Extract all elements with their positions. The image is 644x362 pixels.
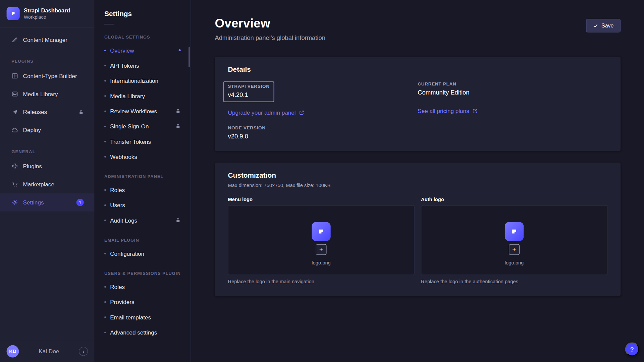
subnav-title: Settings [95, 10, 191, 18]
details-right-column: CURRENT PLAN Community Edition See all p… [418, 81, 607, 139]
subnav-item-users[interactable]: Users [95, 197, 191, 213]
subnav-item-webhooks[interactable]: Webhooks [95, 149, 191, 164]
nav-item-deploy[interactable]: Deploy [0, 121, 95, 139]
save-button[interactable]: Save [586, 19, 621, 32]
subnav-item-label: Overview [110, 47, 134, 54]
strapi-logo-icon [312, 222, 330, 241]
subnav-item-roles-admin[interactable]: Roles [95, 182, 191, 197]
main-nav: Strapi Dashboard Workplace Content Manag… [0, 0, 95, 362]
subnav-item-advanced-settings[interactable]: Advanced settings [95, 325, 191, 340]
menu-logo-filename: logo.png [312, 260, 330, 265]
menu-logo-add-button[interactable]: + [316, 244, 327, 255]
page-subtitle: Administration panel’s global informatio… [215, 34, 325, 41]
subnav-item-label: Review Workflows [110, 108, 157, 114]
auth-logo-upload-box[interactable]: + logo.png [421, 205, 607, 275]
app-viewport: Strapi Dashboard Workplace Content Manag… [0, 0, 644, 362]
subnav-item-roles-up[interactable]: Roles [95, 279, 191, 294]
customization-constraints: Max dimension: 750×750, Max file size: 1… [228, 183, 607, 188]
subnav-item-transfer-tokens[interactable]: Transfer Tokens [95, 134, 191, 149]
lock-icon [175, 108, 181, 114]
strapi-logo-icon [505, 222, 524, 241]
subnav-title-divider [104, 24, 114, 24]
subnav-section-email-plugin: EMAIL PLUGIN [104, 238, 181, 243]
subnav-scrollbar[interactable] [189, 47, 190, 67]
menu-logo-section: Menu logo + logo.png Replace the logo in… [228, 197, 415, 285]
subnav-item-review-workflows[interactable]: Review Workflows [95, 104, 191, 119]
subnav-item-label: API Tokens [110, 62, 139, 69]
brand-subtitle: Workplace [24, 15, 70, 20]
details-title: Details [228, 66, 607, 74]
brand-text: Strapi Dashboard Workplace [24, 7, 70, 20]
subnav-item-media-library[interactable]: Media Library [95, 88, 191, 103]
settings-notification-badge: 1 [76, 199, 84, 206]
bullet-icon [104, 286, 106, 288]
upgrade-admin-panel-link[interactable]: Upgrade your admin panel [228, 109, 305, 116]
subnav-item-configuration[interactable]: Configuration [95, 246, 191, 261]
menu-logo-label: Menu logo [228, 197, 415, 202]
subnav-item-label: Webhooks [110, 153, 137, 160]
menu-logo-upload-box[interactable]: + logo.png [228, 205, 415, 275]
nav-item-releases[interactable]: Releases [0, 103, 95, 121]
nav-item-marketplace[interactable]: Marketplace [0, 175, 95, 193]
nav-item-label: Marketplace [23, 181, 54, 188]
strapi-version-field: STRAPI VERSION v4.20.1 [223, 81, 274, 102]
bullet-icon [104, 156, 106, 158]
nav-item-content-manager[interactable]: Content Manager [0, 31, 95, 49]
nav-item-label: Deploy [23, 127, 41, 133]
strapi-logo-icon [7, 7, 20, 20]
subnav-item-label: Advanced settings [110, 329, 157, 336]
customization-card: Customization Max dimension: 750×750, Ma… [215, 163, 621, 296]
brand[interactable]: Strapi Dashboard Workplace [0, 0, 95, 27]
subnav-item-single-sign-on[interactable]: Single Sign-On [95, 119, 191, 134]
bullet-icon [104, 301, 106, 303]
nav-section-plugins: PLUGINS [0, 59, 95, 64]
page-header-text: Overview Administration panel’s global i… [215, 16, 325, 41]
subnav-item-label: Configuration [110, 250, 144, 257]
node-version-label: NODE VERSION [228, 125, 418, 130]
pricing-plans-link[interactable]: See all pricing plans [418, 108, 478, 114]
subnav-item-email-templates[interactable]: Email templates [95, 309, 191, 324]
page-title: Overview [215, 16, 325, 31]
nav-item-plugins[interactable]: Plugins [0, 157, 95, 175]
subnav-item-api-tokens[interactable]: API Tokens [95, 58, 191, 73]
user-row[interactable]: KD Kai Doe ‹ [0, 340, 95, 362]
bullet-icon [104, 95, 106, 97]
subnav-section-administration-panel: ADMINISTRATION PANEL [104, 174, 181, 179]
subnav-item-label: Transfer Tokens [110, 138, 151, 145]
nav-item-label: Settings [23, 199, 44, 206]
subnav-item-providers[interactable]: Providers [95, 294, 191, 309]
nav-item-content-type-builder[interactable]: Content-Type Builder [0, 67, 95, 85]
auth-logo-section: Auth logo + logo.png Replace the logo in… [421, 197, 607, 285]
avatar[interactable]: KD [7, 345, 19, 357]
subnav-section-users-permissions: USERS & PERMISSIONS PLUGIN [104, 271, 181, 276]
pricing-link-label: See all pricing plans [418, 108, 469, 114]
bullet-icon [104, 80, 106, 81]
gear-icon [11, 199, 18, 206]
subnav-item-internationalization[interactable]: Internationalization [95, 73, 191, 88]
settings-subnav: Settings GLOBAL SETTINGS Overview API To… [95, 0, 191, 362]
bullet-icon [104, 110, 106, 112]
auth-logo-add-button[interactable]: + [509, 244, 520, 255]
bullet-icon [104, 253, 106, 254]
nav-item-media-library[interactable]: Media Library [0, 85, 95, 103]
subnav-item-label: Single Sign-On [110, 123, 149, 130]
details-card: Details STRAPI VERSION v4.20.1 Upgrade y… [215, 57, 621, 151]
collapse-sidebar-button[interactable]: ‹ [79, 347, 88, 356]
layout-icon [11, 73, 18, 79]
bullet-icon [104, 65, 106, 66]
current-plan-field: CURRENT PLAN Community Edition [418, 81, 607, 96]
lock-icon [175, 218, 181, 223]
help-button[interactable]: ? [625, 342, 639, 356]
subnav-section-global-settings: GLOBAL SETTINGS [104, 35, 181, 40]
subnav-item-audit-logs[interactable]: Audit Logs [95, 213, 191, 228]
subnav-item-label: Roles [110, 187, 125, 193]
subnav-item-overview[interactable]: Overview [95, 43, 191, 58]
lock-icon [78, 109, 84, 115]
nav-item-settings[interactable]: Settings 1 [0, 193, 95, 212]
upgrade-link-label: Upgrade your admin panel [228, 109, 296, 116]
bullet-icon [104, 204, 106, 206]
pencil-icon [11, 37, 18, 43]
external-link-icon [473, 108, 478, 114]
bullet-icon [104, 50, 106, 51]
node-version-value: v20.9.0 [228, 133, 418, 140]
